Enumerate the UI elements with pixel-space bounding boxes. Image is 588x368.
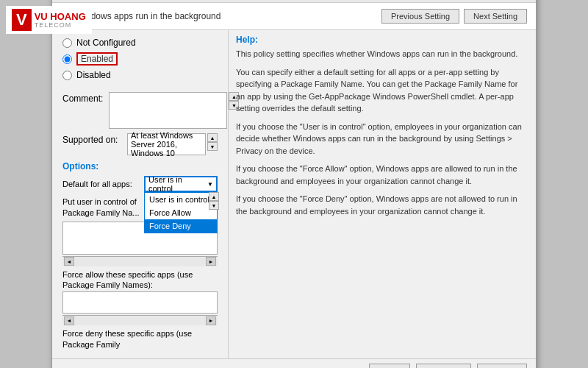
dialog-window: Let Windows apps run in the background —… (51, 0, 537, 368)
logo-name: VU HOANG TELECOM (35, 12, 86, 29)
dialog-header: Let Windows apps run in the background P… (52, 3, 536, 30)
next-setting-button[interactable]: Next Setting (464, 9, 527, 24)
radio-not-configured-input[interactable] (62, 38, 72, 48)
ok-button[interactable]: OK (369, 364, 409, 368)
right-panel: Help: This policy setting specifies whet… (229, 30, 536, 358)
bottom-bar: OK Cancel Apply (52, 358, 536, 368)
radio-not-configured: Not Configured (62, 38, 218, 48)
supported-label: Supported on: (62, 133, 121, 145)
logo-icon: V (12, 9, 32, 31)
force-allow-label: Force allow these specific apps (use Pac… (62, 269, 218, 291)
page-wrapper: V VU HOANG TELECOM Let Windows apps run … (0, 0, 588, 368)
apply-button[interactable]: Apply (477, 364, 527, 368)
radio-enabled-label[interactable]: Enabled (76, 52, 118, 66)
nav-buttons: Previous Setting Next Setting (381, 9, 527, 24)
help-para-1: This policy setting specifies whether Wi… (236, 48, 528, 60)
help-para-5: If you choose the "Force Deny" option, W… (236, 193, 528, 217)
radio-not-configured-label[interactable]: Not Configured (76, 38, 136, 48)
hscroll-right-1[interactable]: ► (206, 257, 216, 266)
hscroll-2: ◄ ► (62, 315, 218, 325)
dropdown-display[interactable]: User is in control ▼ (144, 176, 218, 192)
options-header: Options: (62, 161, 218, 171)
hscroll-left-2[interactable]: ◄ (64, 316, 74, 325)
options-scroll-down[interactable]: ▼ (209, 201, 219, 210)
dropdown-option-force-allow[interactable]: Force Allow (145, 206, 217, 219)
default-label: Default for all apps: (62, 180, 140, 188)
main-body: Not Configured Enabled Disabled Comment: (52, 30, 536, 358)
options-scroll-up[interactable]: ▲ (209, 192, 219, 201)
cancel-button[interactable]: Cancel (416, 364, 471, 368)
help-para-3: If you choose the "User is in control" o… (236, 121, 528, 158)
radio-disabled-label[interactable]: Disabled (76, 70, 111, 80)
dropdown-option-force-deny[interactable]: Force Deny (145, 219, 217, 233)
prev-setting-button[interactable]: Previous Setting (381, 9, 459, 24)
logo-area: V VU HOANG TELECOM (6, 6, 92, 34)
force-deny-label: Force deny these specific apps (use Pack… (62, 328, 218, 350)
dropdown-container[interactable]: User is in control ▼ User is in control … (144, 176, 218, 192)
supported-scroll-up[interactable]: ▲ (207, 133, 218, 142)
hscroll-left-1[interactable]: ◄ (64, 257, 74, 266)
radio-disabled: Disabled (62, 70, 218, 80)
supported-value: At least Windows Server 2016, Windows 10 (127, 133, 206, 155)
comment-textarea[interactable] (109, 92, 227, 129)
help-scroll-area[interactable]: Help: This policy setting specifies whet… (229, 30, 536, 358)
logo-name-sub: TELECOM (35, 21, 86, 29)
radio-enabled-input[interactable] (62, 54, 72, 64)
radio-group: Not Configured Enabled Disabled (62, 38, 218, 85)
dropdown-option-user[interactable]: User is in control (145, 193, 217, 206)
dropdown-arrow-icon: ▼ (207, 181, 213, 188)
comment-label: Comment: (62, 92, 103, 129)
supported-scroll-down[interactable]: ▼ (207, 142, 218, 151)
radio-enabled: Enabled (62, 52, 218, 66)
dropdown-value-text: User is in control (148, 175, 207, 193)
help-para-2: You can specify either a default setting… (236, 66, 528, 115)
left-panel: Not Configured Enabled Disabled Comment: (52, 30, 229, 358)
dropdown-popup: User is in control Force Allow Force Den… (144, 192, 218, 233)
help-para-4: If you choose the "Force Allow" option, … (236, 163, 528, 187)
hscroll-1: ◄ ► (62, 256, 218, 266)
logo-name-main: VU HOANG (35, 12, 86, 21)
help-header: Help: (236, 35, 528, 45)
radio-disabled-input[interactable] (62, 71, 72, 80)
text-area-2[interactable] (62, 291, 218, 314)
hscroll-right-2[interactable]: ► (206, 316, 216, 325)
